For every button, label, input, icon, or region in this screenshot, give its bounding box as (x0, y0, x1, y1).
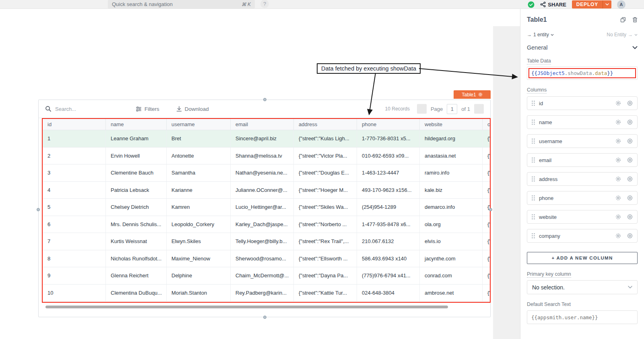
table-cell: {" (483, 285, 491, 302)
gear-icon[interactable] (615, 195, 621, 201)
table-cell: Karianne (167, 182, 231, 199)
table-row[interactable]: 9Glenna ReichertDelphineChaim_McDermott@… (43, 267, 491, 285)
column-header[interactable]: phone (357, 119, 420, 130)
column-card-label: address (539, 176, 557, 182)
table-row[interactable]: 5Chelsey DietrichKamrenLucio_Hettinger@a… (43, 199, 491, 216)
gear-icon[interactable] (615, 233, 621, 239)
share-button[interactable]: SHARE (540, 2, 566, 8)
drag-handle-icon[interactable] (532, 120, 535, 125)
widget-badge[interactable]: Table1 (454, 90, 491, 99)
eye-icon[interactable] (627, 138, 633, 144)
copy-widget-icon[interactable] (620, 17, 626, 23)
column-card-website: website (527, 210, 638, 224)
table-cell: 7 (43, 233, 106, 250)
gear-icon[interactable] (615, 138, 621, 144)
eye-icon[interactable] (627, 176, 633, 182)
primary-key-dropdown[interactable]: No selection. (527, 280, 638, 294)
eye-icon[interactable] (627, 100, 633, 106)
table-data-region: idnameusernameemailaddressphonewebsiteco… (42, 118, 491, 303)
table-cell: conrad.com (420, 267, 483, 284)
help-button[interactable]: ? (260, 0, 269, 8)
drag-handle-icon[interactable] (532, 177, 535, 182)
table-cell: Patricia Lebsack (106, 182, 167, 199)
resize-handle-bottom[interactable] (263, 316, 266, 319)
table-cell: elvis.io (420, 233, 483, 250)
gear-icon[interactable] (615, 214, 621, 220)
column-header[interactable]: website (420, 119, 483, 130)
avatar[interactable]: A (617, 0, 625, 9)
table-cell: ambrose.net (420, 285, 483, 302)
resize-handle-top[interactable] (263, 98, 266, 101)
table-cell: {" (483, 216, 491, 233)
table-cell: {"street":"Ellsworth ... (294, 250, 357, 267)
table-cell: {"street":"Hoeger M... (294, 182, 357, 199)
table-header-row: idnameusernameemailaddressphonewebsiteco… (43, 119, 491, 130)
table-search-input[interactable]: Search... (45, 106, 136, 112)
gear-icon[interactable] (615, 119, 621, 125)
drag-handle-icon[interactable] (532, 101, 535, 106)
table-cell: Rey.Padberg@karin... (231, 285, 294, 302)
drag-handle-icon[interactable] (532, 214, 535, 220)
deploy-button[interactable]: DEPLOY (572, 0, 611, 8)
eye-icon[interactable] (627, 195, 633, 201)
drag-handle-icon[interactable] (532, 139, 535, 144)
deploy-menu-button[interactable] (603, 0, 611, 8)
horizontal-scrollbar[interactable] (45, 306, 448, 308)
table-row[interactable]: 1Leanne GrahamBretSincere@april.biz{"str… (43, 130, 491, 148)
section-general[interactable]: General (527, 44, 638, 51)
table-row[interactable]: 3Clementine BauchSamanthaNathan@yesenia.… (43, 164, 491, 182)
pane-widget-title[interactable]: Table1 (527, 16, 547, 23)
table-row[interactable]: 7Kurtis WeissnatElwyn.SkilesTelly.Hoeger… (43, 233, 491, 250)
drag-handle-icon[interactable] (532, 158, 535, 163)
eye-icon[interactable] (627, 214, 633, 220)
drag-handle-icon[interactable] (532, 195, 535, 201)
quick-search-placeholder: Quick search & navigation (112, 1, 173, 7)
incoming-entities-dropdown[interactable]: → 1 entity (527, 32, 554, 37)
eye-icon[interactable] (627, 119, 633, 125)
quick-search-input[interactable]: Quick search & navigation ⌘ K (108, 0, 255, 8)
gear-icon[interactable] (478, 92, 483, 97)
table-cell: ola.org (420, 216, 483, 233)
table-row[interactable]: 6Mrs. Dennis Schulis...Leopoldo_CorkeryK… (43, 216, 491, 233)
prev-page-button[interactable] (417, 104, 427, 114)
filters-button[interactable]: Filters (136, 106, 159, 112)
table-row[interactable]: 2Ervin HowellAntonetteShanna@melissa.tv{… (43, 148, 491, 165)
column-card-company: company (527, 229, 638, 243)
eye-icon[interactable] (627, 233, 633, 239)
add-new-column-button[interactable]: + ADD A NEW COLUMN (527, 252, 638, 264)
column-header[interactable]: email (231, 119, 294, 130)
question-icon: ? (263, 1, 266, 7)
table-row[interactable]: 4Patricia LebsackKarianneJulianne.OConne… (43, 182, 491, 199)
column-header[interactable]: name (106, 119, 167, 130)
column-header[interactable]: company (483, 119, 491, 130)
delete-widget-icon[interactable] (632, 17, 638, 23)
resize-handle-left[interactable] (37, 208, 40, 211)
table-cell: (775)976-6794 x41... (357, 267, 420, 284)
column-header[interactable]: id (43, 119, 106, 130)
column-header[interactable]: username (167, 119, 231, 130)
table-cell: {"street":"Norberto ... (294, 216, 357, 233)
filters-icon (136, 106, 142, 112)
column-card-username: username (527, 134, 638, 148)
table-cell: 586.493.6943 x140 (357, 250, 420, 267)
gear-icon[interactable] (615, 157, 621, 163)
table-row[interactable]: 8Nicholas Runolfsdot...Maxime_NienowSher… (43, 250, 491, 268)
outgoing-entities-dropdown[interactable]: No Entity → (607, 32, 638, 37)
resize-handle-right[interactable] (489, 208, 492, 211)
gear-icon[interactable] (615, 100, 621, 106)
search-icon (45, 106, 52, 112)
gear-icon[interactable] (615, 176, 621, 182)
table-cell: {" (483, 267, 491, 284)
default-search-input[interactable] (527, 310, 638, 324)
eye-icon[interactable] (627, 157, 633, 163)
table-cell: 1-463-123-4447 (357, 164, 420, 181)
column-header[interactable]: address (294, 119, 357, 130)
column-card-label: name (539, 119, 552, 125)
table-widget[interactable]: Search... Filters Download 10 Records (38, 100, 491, 317)
download-button[interactable]: Download (176, 106, 209, 112)
page-number-input[interactable] (447, 104, 457, 114)
drag-handle-icon[interactable] (532, 233, 535, 239)
table-row[interactable]: 10Clementina DuBuqu...Moriah.StantonRey.… (43, 285, 491, 302)
next-page-button[interactable] (474, 104, 484, 114)
table-data-input[interactable]: {{JSObject5.showData.data}} (527, 67, 638, 80)
